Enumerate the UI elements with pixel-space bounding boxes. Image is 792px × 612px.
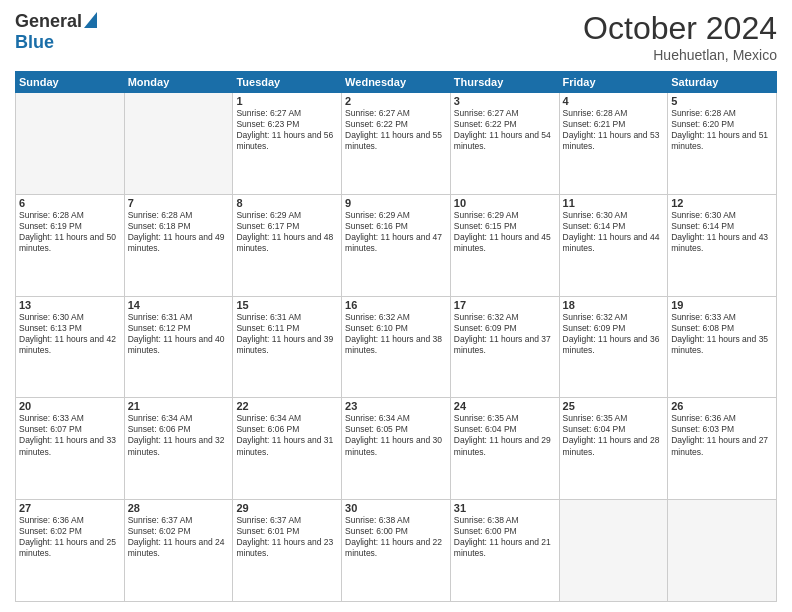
cell-info: Sunrise: 6:38 AMSunset: 6:00 PMDaylight:… (454, 515, 556, 559)
cell-info: Sunrise: 6:33 AMSunset: 6:07 PMDaylight:… (19, 413, 121, 457)
cell-info: Sunrise: 6:34 AMSunset: 6:06 PMDaylight:… (128, 413, 230, 457)
cell-info: Sunrise: 6:27 AMSunset: 6:22 PMDaylight:… (454, 108, 556, 152)
day-number: 15 (236, 299, 338, 311)
table-row: 20Sunrise: 6:33 AMSunset: 6:07 PMDayligh… (16, 398, 125, 500)
day-number: 3 (454, 95, 556, 107)
table-row: 30Sunrise: 6:38 AMSunset: 6:00 PMDayligh… (342, 500, 451, 602)
location: Huehuetlan, Mexico (583, 47, 777, 63)
table-row: 17Sunrise: 6:32 AMSunset: 6:09 PMDayligh… (450, 296, 559, 398)
table-row: 29Sunrise: 6:37 AMSunset: 6:01 PMDayligh… (233, 500, 342, 602)
logo-blue: Blue (15, 32, 54, 52)
table-row: 1Sunrise: 6:27 AMSunset: 6:23 PMDaylight… (233, 93, 342, 195)
day-number: 14 (128, 299, 230, 311)
day-number: 4 (563, 95, 665, 107)
day-number: 5 (671, 95, 773, 107)
table-row (16, 93, 125, 195)
table-row: 10Sunrise: 6:29 AMSunset: 6:15 PMDayligh… (450, 194, 559, 296)
cell-info: Sunrise: 6:32 AMSunset: 6:10 PMDaylight:… (345, 312, 447, 356)
day-number: 2 (345, 95, 447, 107)
cell-info: Sunrise: 6:38 AMSunset: 6:00 PMDaylight:… (345, 515, 447, 559)
table-row: 25Sunrise: 6:35 AMSunset: 6:04 PMDayligh… (559, 398, 668, 500)
page: General Blue October 2024 Huehuetlan, Me… (0, 0, 792, 612)
calendar-week-row: 20Sunrise: 6:33 AMSunset: 6:07 PMDayligh… (16, 398, 777, 500)
table-row: 11Sunrise: 6:30 AMSunset: 6:14 PMDayligh… (559, 194, 668, 296)
day-number: 24 (454, 400, 556, 412)
day-number: 10 (454, 197, 556, 209)
day-number: 29 (236, 502, 338, 514)
calendar-week-row: 6Sunrise: 6:28 AMSunset: 6:19 PMDaylight… (16, 194, 777, 296)
cell-info: Sunrise: 6:28 AMSunset: 6:19 PMDaylight:… (19, 210, 121, 254)
day-number: 20 (19, 400, 121, 412)
table-row: 2Sunrise: 6:27 AMSunset: 6:22 PMDaylight… (342, 93, 451, 195)
table-row: 14Sunrise: 6:31 AMSunset: 6:12 PMDayligh… (124, 296, 233, 398)
cell-info: Sunrise: 6:31 AMSunset: 6:12 PMDaylight:… (128, 312, 230, 356)
day-number: 26 (671, 400, 773, 412)
day-number: 8 (236, 197, 338, 209)
logo: General Blue (15, 10, 97, 53)
cell-info: Sunrise: 6:29 AMSunset: 6:15 PMDaylight:… (454, 210, 556, 254)
cell-info: Sunrise: 6:27 AMSunset: 6:22 PMDaylight:… (345, 108, 447, 152)
calendar-week-row: 27Sunrise: 6:36 AMSunset: 6:02 PMDayligh… (16, 500, 777, 602)
col-wednesday: Wednesday (342, 72, 451, 93)
day-number: 9 (345, 197, 447, 209)
day-number: 18 (563, 299, 665, 311)
day-number: 31 (454, 502, 556, 514)
day-number: 22 (236, 400, 338, 412)
calendar-table: Sunday Monday Tuesday Wednesday Thursday… (15, 71, 777, 602)
cell-info: Sunrise: 6:37 AMSunset: 6:02 PMDaylight:… (128, 515, 230, 559)
table-row: 7Sunrise: 6:28 AMSunset: 6:18 PMDaylight… (124, 194, 233, 296)
cell-info: Sunrise: 6:29 AMSunset: 6:17 PMDaylight:… (236, 210, 338, 254)
day-number: 1 (236, 95, 338, 107)
col-thursday: Thursday (450, 72, 559, 93)
table-row: 24Sunrise: 6:35 AMSunset: 6:04 PMDayligh… (450, 398, 559, 500)
cell-info: Sunrise: 6:35 AMSunset: 6:04 PMDaylight:… (563, 413, 665, 457)
day-number: 25 (563, 400, 665, 412)
table-row: 12Sunrise: 6:30 AMSunset: 6:14 PMDayligh… (668, 194, 777, 296)
cell-info: Sunrise: 6:31 AMSunset: 6:11 PMDaylight:… (236, 312, 338, 356)
cell-info: Sunrise: 6:37 AMSunset: 6:01 PMDaylight:… (236, 515, 338, 559)
table-row: 15Sunrise: 6:31 AMSunset: 6:11 PMDayligh… (233, 296, 342, 398)
table-row (124, 93, 233, 195)
cell-info: Sunrise: 6:33 AMSunset: 6:08 PMDaylight:… (671, 312, 773, 356)
cell-info: Sunrise: 6:28 AMSunset: 6:21 PMDaylight:… (563, 108, 665, 152)
table-row: 19Sunrise: 6:33 AMSunset: 6:08 PMDayligh… (668, 296, 777, 398)
day-number: 30 (345, 502, 447, 514)
calendar-week-row: 1Sunrise: 6:27 AMSunset: 6:23 PMDaylight… (16, 93, 777, 195)
cell-info: Sunrise: 6:30 AMSunset: 6:14 PMDaylight:… (563, 210, 665, 254)
title-area: October 2024 Huehuetlan, Mexico (583, 10, 777, 63)
col-sunday: Sunday (16, 72, 125, 93)
table-row (559, 500, 668, 602)
calendar-header-row: Sunday Monday Tuesday Wednesday Thursday… (16, 72, 777, 93)
day-number: 19 (671, 299, 773, 311)
table-row: 6Sunrise: 6:28 AMSunset: 6:19 PMDaylight… (16, 194, 125, 296)
col-saturday: Saturday (668, 72, 777, 93)
day-number: 12 (671, 197, 773, 209)
cell-info: Sunrise: 6:30 AMSunset: 6:13 PMDaylight:… (19, 312, 121, 356)
table-row: 5Sunrise: 6:28 AMSunset: 6:20 PMDaylight… (668, 93, 777, 195)
cell-info: Sunrise: 6:32 AMSunset: 6:09 PMDaylight:… (563, 312, 665, 356)
cell-info: Sunrise: 6:34 AMSunset: 6:06 PMDaylight:… (236, 413, 338, 457)
cell-info: Sunrise: 6:28 AMSunset: 6:18 PMDaylight:… (128, 210, 230, 254)
day-number: 6 (19, 197, 121, 209)
col-monday: Monday (124, 72, 233, 93)
col-friday: Friday (559, 72, 668, 93)
calendar-week-row: 13Sunrise: 6:30 AMSunset: 6:13 PMDayligh… (16, 296, 777, 398)
col-tuesday: Tuesday (233, 72, 342, 93)
table-row: 27Sunrise: 6:36 AMSunset: 6:02 PMDayligh… (16, 500, 125, 602)
logo-general: General (15, 11, 82, 32)
logo-triangle-icon (84, 12, 97, 32)
cell-info: Sunrise: 6:27 AMSunset: 6:23 PMDaylight:… (236, 108, 338, 152)
table-row: 16Sunrise: 6:32 AMSunset: 6:10 PMDayligh… (342, 296, 451, 398)
table-row: 8Sunrise: 6:29 AMSunset: 6:17 PMDaylight… (233, 194, 342, 296)
cell-info: Sunrise: 6:32 AMSunset: 6:09 PMDaylight:… (454, 312, 556, 356)
day-number: 13 (19, 299, 121, 311)
cell-info: Sunrise: 6:29 AMSunset: 6:16 PMDaylight:… (345, 210, 447, 254)
svg-marker-0 (84, 12, 97, 28)
cell-info: Sunrise: 6:35 AMSunset: 6:04 PMDaylight:… (454, 413, 556, 457)
table-row: 3Sunrise: 6:27 AMSunset: 6:22 PMDaylight… (450, 93, 559, 195)
table-row: 31Sunrise: 6:38 AMSunset: 6:00 PMDayligh… (450, 500, 559, 602)
table-row: 26Sunrise: 6:36 AMSunset: 6:03 PMDayligh… (668, 398, 777, 500)
table-row: 13Sunrise: 6:30 AMSunset: 6:13 PMDayligh… (16, 296, 125, 398)
day-number: 27 (19, 502, 121, 514)
table-row: 9Sunrise: 6:29 AMSunset: 6:16 PMDaylight… (342, 194, 451, 296)
